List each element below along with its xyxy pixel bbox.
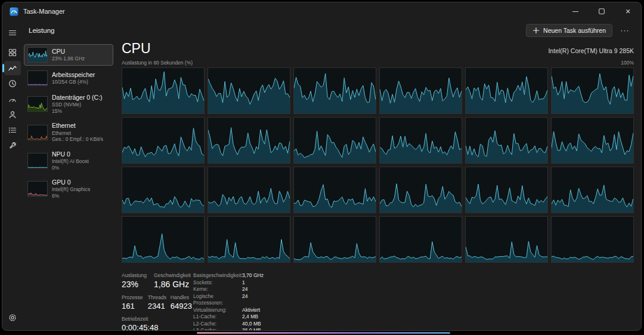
sidebar-item-npu[interactable]: NPU 0 Intel(R) AI Boost 0% xyxy=(24,147,113,174)
stat-label: Geschwindigkeit xyxy=(154,272,191,278)
spec-value: Aktiviert xyxy=(242,307,260,314)
sidebar-mini-chart xyxy=(27,153,48,168)
details-icon xyxy=(8,125,17,135)
window-title: Task-Manager xyxy=(23,8,65,15)
page-header: Leistung Neuen Task ausführen ··· xyxy=(23,20,641,41)
nav-users[interactable] xyxy=(4,107,21,122)
sidebar-item-sub2: 6% xyxy=(52,193,90,199)
nav-details[interactable] xyxy=(4,123,21,137)
core-chart xyxy=(208,167,290,213)
processes-icon xyxy=(8,48,17,57)
chart-max-label: 100% xyxy=(621,60,634,66)
stat-label: Betriebszeit xyxy=(122,316,158,322)
sidebar-item-label: NPU 0 xyxy=(52,150,89,158)
minimize-icon xyxy=(572,11,578,12)
run-new-task-label: Neuen Task ausführen xyxy=(543,27,606,34)
stat-label: Auslastung xyxy=(122,272,154,278)
sidebar-item-sub: Ethernet xyxy=(52,130,103,137)
sidebar-item-label: CPU xyxy=(52,48,85,56)
sidebar-item-memory[interactable]: Arbeitsspeicher 10/254 GB (4%) xyxy=(24,67,113,89)
core-chart xyxy=(208,67,290,114)
sidebar-mini-chart xyxy=(27,96,48,112)
core-chart xyxy=(551,216,634,263)
sidebar-mini-chart xyxy=(27,70,48,86)
core-chart xyxy=(551,117,634,164)
core-chart xyxy=(293,167,376,213)
maximize-button[interactable] xyxy=(589,2,615,20)
page-title: Leistung xyxy=(29,27,54,34)
spec-label: L1-Cache: xyxy=(193,314,242,321)
menu-button[interactable] xyxy=(4,26,21,40)
stat-value: 2341 xyxy=(148,302,171,311)
sidebar-item-sub: Intel(R) AI Boost xyxy=(52,158,89,165)
core-chart xyxy=(379,67,462,114)
stat-value: 23% xyxy=(122,279,154,289)
nav-processes[interactable] xyxy=(4,45,21,60)
spec-label: Basisgeschwindigkeit: xyxy=(193,272,242,279)
spec-value: 40,0 MB xyxy=(242,321,261,328)
titlebar[interactable]: Task-Manager ✕ xyxy=(2,2,641,20)
sidebar-item-label: Ethernet xyxy=(52,122,103,130)
core-chart xyxy=(208,117,290,164)
close-button[interactable]: ✕ xyxy=(615,2,641,20)
sidebar-item-disk[interactable]: Datenträger 0 (C:) SSD (NVMe) 15% xyxy=(24,91,113,117)
sidebar-item-sub2: Ges.: 0 Empf.: 0 KBit/s xyxy=(52,136,103,143)
core-chart xyxy=(122,216,205,263)
cpu-panel: CPU Intel(R) Core(TM) Ultra 9 285K Ausla… xyxy=(122,41,634,331)
sidebar-item-sub: Intel(R) Graphics xyxy=(52,186,90,193)
core-chart xyxy=(379,117,462,164)
nav-app-history[interactable] xyxy=(4,76,21,91)
minimize-button[interactable] xyxy=(562,2,589,20)
services-icon xyxy=(8,141,17,150)
core-chart xyxy=(122,117,205,164)
more-options-button[interactable]: ··· xyxy=(617,24,633,37)
sidebar-item-sub: 10/254 GB (4%) xyxy=(52,79,95,85)
maximize-icon xyxy=(599,8,605,14)
spec-value: 2,4 MB xyxy=(242,314,258,321)
nav-startup-apps[interactable] xyxy=(4,92,21,106)
stat-value: 1,86 GHz xyxy=(154,279,191,289)
core-chart xyxy=(379,167,462,213)
core-chart xyxy=(122,167,205,213)
sidebar-item-label: GPU 0 xyxy=(52,179,90,186)
sidebar-item-gpu[interactable]: GPU 0 Intel(R) Graphics 6% xyxy=(24,176,113,202)
core-charts-grid xyxy=(122,67,634,263)
users-icon xyxy=(8,110,17,119)
cpu-stats: Auslastung 23% Geschwindigkeit 1,86 GHz … xyxy=(122,272,634,331)
cpu-title: CPU xyxy=(122,41,151,57)
stat-value: 64923 xyxy=(171,302,192,311)
core-chart xyxy=(208,216,290,263)
spec-value: 36,0 MB xyxy=(242,327,261,331)
core-chart xyxy=(293,67,376,114)
spec-label: L2-Cache: xyxy=(193,321,242,328)
core-chart xyxy=(122,67,205,114)
spec-value: 24 xyxy=(242,286,247,293)
cpu-specs: Basisgeschwindigkeit:3,70 GHz Sockets:1 … xyxy=(193,272,264,331)
spec-label: Logische Prozessoren: xyxy=(193,293,242,307)
spec-label: L3-Cache: xyxy=(193,327,242,331)
stat-label: Threads xyxy=(148,294,171,300)
chart-caption: Auslastung in 60 Sekunden (%) xyxy=(122,60,193,66)
sidebar-mini-chart xyxy=(27,125,48,140)
navigation-rail xyxy=(2,20,23,330)
hamburger-icon xyxy=(8,28,17,38)
sidebar-item-sub2: 15% xyxy=(52,108,103,115)
core-chart xyxy=(293,117,376,164)
sidebar-item-cpu[interactable]: CPU 23% 1,86 GHz xyxy=(24,44,113,66)
spec-value: 24 xyxy=(242,293,247,307)
settings-button[interactable] xyxy=(4,311,21,325)
core-chart xyxy=(465,117,548,164)
core-chart xyxy=(551,67,634,114)
core-chart xyxy=(465,67,548,114)
nav-services[interactable] xyxy=(4,139,21,153)
desktop-accent-strip xyxy=(197,332,450,334)
sidebar-item-ethernet[interactable]: Ethernet Ethernet Ges.: 0 Empf.: 0 KBit/… xyxy=(24,119,113,145)
app-history-icon xyxy=(8,79,17,88)
spec-value: 3,70 GHz xyxy=(242,272,264,279)
spec-value: 1 xyxy=(242,279,245,287)
spec-label: Sockets: xyxy=(193,279,242,287)
nav-performance[interactable] xyxy=(4,61,21,75)
gear-icon xyxy=(8,313,17,322)
run-new-task-button[interactable]: Neuen Task ausführen xyxy=(526,24,612,37)
more-icon: ··· xyxy=(621,26,630,35)
